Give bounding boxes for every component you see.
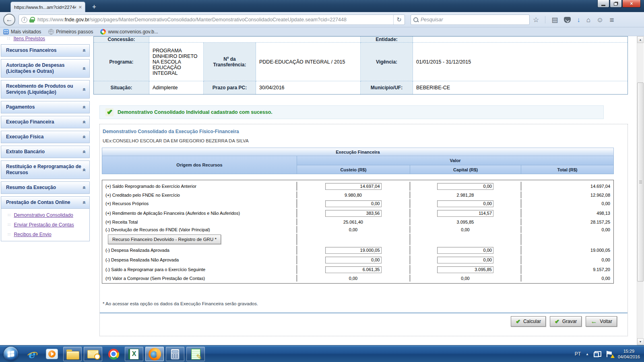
sidebar-link[interactable]: Recibos de Envio (14, 232, 51, 237)
bullet-icon: ∷ (8, 223, 10, 227)
bookmark-item-1[interactable]: Primeiros passos (48, 29, 93, 35)
sidebar-section-9[interactable]: Prestação de Contas Online« (1, 196, 90, 209)
collapse-icon[interactable]: « (82, 106, 88, 109)
voltar-button[interactable]: ←Voltar (586, 316, 617, 327)
close-button[interactable]: × (622, 0, 641, 8)
page-scrollbar[interactable]: ▲ ▼ (637, 36, 644, 345)
sidebar-item-0[interactable]: ∷Demonstrativo Consolidado (1, 210, 89, 220)
gru-button[interactable]: Recurso Financeiro Devolvido - Registro … (108, 234, 221, 244)
sidebar-section-3[interactable]: Pagamentos« (1, 101, 90, 113)
reload-icon[interactable]: ↻ (393, 15, 405, 25)
back-arrow-icon: ← (590, 318, 597, 325)
check-icon: ✔ (516, 319, 520, 324)
capital-input[interactable] (437, 257, 493, 263)
capital-cell (410, 181, 521, 191)
capital-cell (410, 255, 521, 265)
sidebar-item-itens-previstos[interactable]: ∷ Itens Previstos (1, 36, 90, 42)
capital-input[interactable] (437, 210, 493, 217)
collapse-icon[interactable]: « (82, 150, 88, 154)
sidebar-link[interactable]: Enviar Prestação de Contas (14, 222, 74, 228)
taskbar-media-player-icon[interactable] (43, 347, 61, 361)
custeio-input[interactable] (325, 257, 382, 263)
bookmark-star-icon[interactable]: ☆ (533, 16, 539, 23)
browser-tab[interactable]: https://www.fn...am?cid=227448 × (10, 2, 85, 12)
collapse-icon[interactable]: « (82, 186, 88, 189)
sidebar-section-label: Resumo da Execução (6, 185, 56, 191)
taskbar-calculator-icon[interactable] (166, 347, 184, 361)
scroll-down-icon[interactable]: ▼ (637, 338, 644, 345)
downloads-icon[interactable]: ↓ (577, 16, 580, 23)
collapse-icon[interactable]: « (82, 67, 88, 70)
scroll-up-icon[interactable]: ▲ (637, 36, 644, 43)
taskbar-chrome-icon[interactable] (104, 347, 123, 361)
action-center-flag-icon[interactable] (606, 351, 613, 357)
sidebar-section-0[interactable]: Recursos Financeiros« (1, 44, 90, 57)
capital-input[interactable] (437, 183, 493, 190)
collapse-icon[interactable]: « (82, 136, 88, 139)
taskbar-internet-explorer-icon[interactable]: e (22, 347, 41, 361)
sidebar-item-1[interactable]: ∷Enviar Prestação de Contas (1, 220, 89, 230)
gravar-button[interactable]: ✔Gravar (550, 316, 582, 327)
language-indicator[interactable]: PT (575, 351, 581, 357)
sidebar-section-4[interactable]: Execução Financeira« (1, 116, 90, 128)
calcular-button[interactable]: ✔Calcular (511, 316, 546, 327)
sidebar-link[interactable]: Itens Previstos (13, 36, 45, 41)
bookmarks-panel-icon[interactable]: ▤ (551, 16, 558, 23)
collapse-icon[interactable]: « (82, 201, 88, 204)
taskbar-notepad-icon[interactable]: ✎ (186, 347, 205, 361)
hello-smiley-icon[interactable]: ☺ (597, 16, 603, 23)
minimize-button[interactable] (597, 0, 609, 8)
custeio-input[interactable] (325, 200, 382, 207)
capital-input[interactable] (437, 266, 493, 273)
taskbar-file-explorer-icon[interactable] (63, 347, 82, 361)
search-input[interactable] (421, 17, 527, 23)
custeio-input[interactable] (325, 266, 382, 273)
taskbar-excel-icon[interactable]: X (125, 347, 143, 361)
bookmark-item-0[interactable]: Mais visitados (3, 29, 41, 35)
search-bar[interactable] (411, 14, 530, 25)
collapse-icon[interactable]: « (82, 168, 88, 171)
capital-input[interactable] (437, 247, 493, 254)
collapse-icon[interactable]: « (82, 49, 88, 52)
new-tab-button[interactable]: + (89, 3, 99, 10)
custeio-input[interactable] (325, 183, 382, 190)
total-value: 0,00 (521, 274, 613, 282)
taskbar-outlook-icon[interactable] (84, 347, 102, 361)
capital-input[interactable] (437, 200, 493, 207)
sidebar-section-label: Recebimento de Produtos ou Serviços (Liq… (6, 83, 81, 95)
collapse-icon[interactable]: « (82, 88, 88, 91)
restore-button[interactable] (610, 0, 622, 8)
info-label-vigencia: Vigência: (361, 43, 413, 81)
sidebar-section-5[interactable]: Execução Física« (1, 131, 90, 143)
tray-expand-icon[interactable]: ▲ (586, 352, 589, 356)
back-button[interactable]: ← (3, 14, 15, 26)
sidebar-item-2[interactable]: ∷Recibos de Envio (1, 230, 89, 239)
lock-icon[interactable] (29, 17, 35, 23)
sidebar-section-7[interactable]: Restituição e Reprogramação de Recursos« (1, 160, 90, 179)
search-icon (413, 17, 419, 23)
menu-icon[interactable]: ≡ (609, 16, 614, 24)
taskbar-start-icon[interactable] (2, 347, 20, 361)
sidebar-section-6[interactable]: Extrato Bancário« (1, 146, 90, 158)
pocket-icon[interactable] (564, 17, 571, 23)
collapse-icon[interactable]: « (82, 121, 88, 124)
custeio-input[interactable] (325, 247, 382, 254)
url-bar[interactable]: i https://www.fnde.gov.br/sigpc/pages/Ma… (19, 14, 405, 25)
sidebar-section-2[interactable]: Recebimento de Produtos ou Serviços (Liq… (1, 80, 90, 99)
sidebar-section-1[interactable]: Autorização de Despesas (Licitações e Ou… (1, 59, 90, 78)
clock[interactable]: 15:29 04/04/2016 (618, 348, 640, 360)
page-info-icon[interactable]: i (21, 17, 27, 23)
sidebar-link[interactable]: Demonstrativo Consolidado (14, 212, 73, 218)
button-label: Calcular (523, 319, 541, 324)
home-icon[interactable]: ⌂ (586, 16, 590, 23)
tab-close-icon[interactable]: × (78, 4, 82, 10)
bookmark-item-2[interactable]: www.convenios.gov.b... (100, 29, 158, 35)
sidebar-section-8[interactable]: Resumo da Execução« (1, 181, 90, 194)
custeio-input[interactable] (325, 210, 382, 217)
notepad-glyph: ✎ (191, 349, 200, 360)
network-icon[interactable] (594, 351, 601, 357)
taskbar-firefox-icon[interactable] (145, 347, 164, 361)
footnote: * Ao acessar esta opção os dados da Exec… (103, 301, 258, 306)
scrollbar-thumb[interactable] (637, 82, 644, 282)
total-value: 28.157,25 (521, 218, 613, 226)
